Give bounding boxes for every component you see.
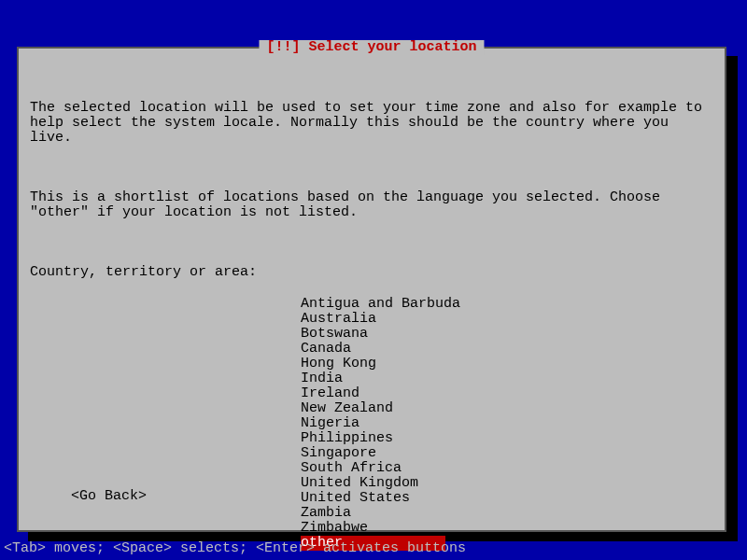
help-bar: <Tab> moves; <Space> selects; <Enter> ac… — [4, 541, 466, 556]
list-item[interactable]: Philippines — [301, 431, 445, 446]
dialog-para2: This is a shortlist of locations based o… — [30, 190, 713, 220]
list-item[interactable]: India — [301, 371, 445, 386]
list-prompt: Country, territory or area: — [30, 265, 713, 280]
dialog-title: [!!] Select your location — [259, 40, 484, 55]
go-back-button[interactable]: <Go Back> — [71, 489, 147, 504]
list-item[interactable]: Zimbabwe — [301, 521, 445, 536]
list-item[interactable]: Zambia — [301, 506, 445, 521]
location-list[interactable]: Antigua and BarbudaAustraliaBotswanaCana… — [301, 297, 713, 551]
list-item[interactable]: Hong Kong — [301, 357, 445, 371]
location-dialog: [!!] Select your location The selected l… — [17, 47, 726, 532]
list-item[interactable]: Botswana — [301, 327, 445, 342]
list-item[interactable]: New Zealand — [301, 401, 445, 416]
list-item[interactable]: Canada — [301, 342, 445, 357]
list-item[interactable]: Ireland — [301, 386, 445, 401]
list-item[interactable]: South Africa — [301, 461, 445, 476]
list-item[interactable]: United States — [301, 491, 445, 506]
list-item[interactable]: Australia — [301, 312, 445, 327]
list-item[interactable]: Antigua and Barbuda — [301, 297, 445, 312]
list-item[interactable]: Nigeria — [301, 416, 445, 431]
list-item[interactable]: United Kingdom — [301, 476, 445, 491]
list-item[interactable]: Singapore — [301, 446, 445, 461]
dialog-para1: The selected location will be used to se… — [30, 101, 713, 146]
dialog-body: The selected location will be used to se… — [30, 71, 713, 250]
